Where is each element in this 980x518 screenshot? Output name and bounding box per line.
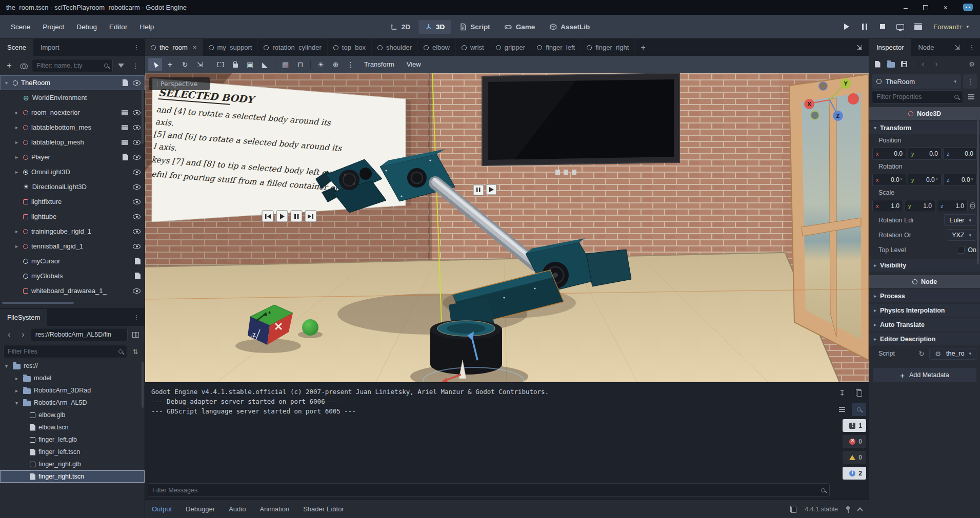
load-resource-button[interactable] <box>885 58 897 70</box>
reload-script-icon[interactable]: ↻ <box>917 347 926 360</box>
script-icon[interactable] <box>123 79 128 86</box>
sort-files-icon[interactable]: ⇅ <box>129 345 142 358</box>
workspace-game[interactable]: Game <box>498 20 542 34</box>
tree-row-whiteboard-drawarea[interactable]: whiteboard_drawarea_1_ <box>0 283 145 298</box>
view-menu[interactable]: View <box>401 60 427 68</box>
scale-z-field[interactable]: z1.0 <box>937 200 968 212</box>
menu-scene[interactable]: Scene <box>5 19 36 34</box>
collapse-icon[interactable]: ▾ <box>3 80 10 86</box>
preview-menu-icon[interactable]: ⋮ <box>344 58 357 71</box>
inspector-scrollbar[interactable] <box>977 111 979 264</box>
nav-forward-icon[interactable]: › <box>17 328 29 341</box>
bottom-tab-audio[interactable]: Audio <box>229 505 246 513</box>
tab-inspector[interactable]: Inspector <box>869 39 911 56</box>
visibility-icon[interactable] <box>133 199 141 204</box>
visibility-icon[interactable] <box>133 80 141 86</box>
viewport-3d[interactable]: SELECTED BODY and [4] to rotate a select… <box>145 73 869 382</box>
section-process[interactable]: ▸ Process <box>869 289 980 302</box>
link-scale-icon[interactable] <box>971 202 975 209</box>
menu-help[interactable]: Help <box>134 19 159 34</box>
top-level-checkbox[interactable] <box>957 246 965 254</box>
tree-row-mycursor[interactable]: myCursor <box>0 254 145 268</box>
current-path[interactable]: res://RoboticArm_AL5D/fin <box>31 328 128 341</box>
scene-tab-finger-left[interactable]: finger_left <box>531 39 581 56</box>
script-dropdown[interactable]: ⚙the_ro▾ <box>929 348 976 360</box>
section-transform[interactable]: ▾ Transform <box>869 121 980 134</box>
collapse-messages-button[interactable] <box>835 403 849 416</box>
transform-menu[interactable]: Transform <box>358 60 400 68</box>
script-icon[interactable] <box>123 154 128 160</box>
menu-editor[interactable]: Editor <box>104 19 133 34</box>
new-resource-button[interactable] <box>871 58 884 70</box>
tree-row-labtabletop[interactable]: ▸ labtabletop_mesh <box>0 135 145 150</box>
scene-tab-shoulder[interactable]: shoulder <box>372 39 418 56</box>
menu-project[interactable]: Project <box>37 19 70 34</box>
tab-import[interactable]: Import <box>33 39 67 56</box>
scale-y-field[interactable]: y1.0 <box>905 200 935 212</box>
move-tool-button[interactable]: + <box>163 58 177 71</box>
output-filter-input[interactable] <box>152 487 818 494</box>
visibility-icon[interactable] <box>133 110 141 115</box>
menu-debug[interactable]: Debug <box>71 19 103 34</box>
rotate-tool-button[interactable]: ↻ <box>178 58 192 71</box>
scene-tab-finger-right[interactable]: finger_right <box>581 39 635 56</box>
section-editor-description[interactable]: ▸ Editor Description <box>869 333 980 345</box>
tree-row-labtablebottom[interactable]: ▸ labtablebottom_mes <box>0 120 145 135</box>
fs-row-finger-left-tscn[interactable]: finger_left.tscn <box>0 446 145 458</box>
expand-icon[interactable]: ▸ <box>13 169 20 175</box>
play-button[interactable] <box>839 20 853 33</box>
error-count-badge[interactable]: 0 <box>843 435 866 448</box>
history-back-icon[interactable]: ‹ <box>917 58 929 70</box>
section-visibility[interactable]: ▸ Visibility <box>869 259 980 272</box>
scene-filter-input[interactable] <box>36 62 101 69</box>
visibility-icon[interactable] <box>133 125 141 130</box>
scale-x-field[interactable]: x1.0 <box>872 200 903 212</box>
file-filter-input[interactable] <box>8 348 115 355</box>
instance-scene-button[interactable] <box>17 59 30 72</box>
expand-icon[interactable]: ▸ <box>13 125 20 130</box>
new-tab-button[interactable]: + <box>637 42 649 54</box>
save-log-icon[interactable]: ↧ <box>835 386 849 400</box>
scene-tab-wrist[interactable]: wrist <box>456 39 490 56</box>
instanced-scene-icon[interactable] <box>122 125 128 130</box>
fs-row-model[interactable]: ▸ model <box>0 372 145 384</box>
tree-row-lighttube[interactable]: lighttube <box>0 209 145 224</box>
rotation-edit-mode-dropdown[interactable]: Euler▾ <box>944 214 976 226</box>
visibility-icon[interactable] <box>133 288 141 294</box>
stop-button[interactable] <box>875 20 889 33</box>
scene-tab-gripper[interactable]: gripper <box>490 39 531 56</box>
section-auto-translate[interactable]: ▸ Auto Translate <box>869 318 980 331</box>
add-node-button[interactable]: + <box>3 59 15 72</box>
movie-mode-button[interactable] <box>911 20 925 33</box>
instanced-scene-icon[interactable] <box>122 140 128 145</box>
expand-icon[interactable]: ▸ <box>13 229 20 234</box>
position-z-field[interactable]: z0.0 <box>943 148 977 160</box>
tab-node[interactable]: Node <box>911 39 941 56</box>
instanced-scene-icon[interactable] <box>122 110 128 115</box>
pause-button[interactable] <box>857 20 871 33</box>
expand-icon[interactable]: ▸ <box>13 388 20 393</box>
fs-row-res[interactable]: ▾ res:// <box>0 360 145 372</box>
add-metadata-button[interactable]: + Add Metadata <box>873 368 976 382</box>
scene-tree-scrollbar[interactable] <box>142 77 144 144</box>
position-y-field[interactable]: y0.0 <box>908 148 942 160</box>
warning-count-badge[interactable]: 0 <box>843 451 866 464</box>
expand-icon[interactable]: ▸ <box>13 376 20 381</box>
message-count-badge[interactable]: 1 <box>843 419 866 432</box>
snap-grid-button[interactable]: ▦ <box>278 58 292 71</box>
bottom-tab-animation[interactable]: Animation <box>259 505 289 513</box>
tree-row-worldenvironment[interactable]: ⊕ WorldEnvironment <box>0 90 145 105</box>
rotation-order-dropdown[interactable]: YXZ▾ <box>947 229 976 241</box>
workspace-script[interactable]: Script <box>453 20 496 34</box>
scene-tree-menu-icon[interactable]: ⋮ <box>129 59 142 72</box>
dock-menu-icon[interactable]: ⋮ <box>130 42 143 54</box>
info-count-badge[interactable]: 2 <box>843 467 866 480</box>
perspective-menu[interactable]: ⋮ Perspective <box>149 77 210 90</box>
fs-row-elbow-glb[interactable]: elbow.glb <box>0 409 145 421</box>
fs-row-finger-right-tscn[interactable]: finger_right.tscn <box>0 470 145 483</box>
visibility-icon[interactable] <box>133 155 141 160</box>
maximize-button[interactable] <box>923 5 928 10</box>
scene-tab-top-box[interactable]: top_box <box>328 39 372 56</box>
3d-scene[interactable]: SELECTED BODY and [4] to rotate a select… <box>145 73 869 382</box>
visibility-icon[interactable] <box>133 184 141 190</box>
